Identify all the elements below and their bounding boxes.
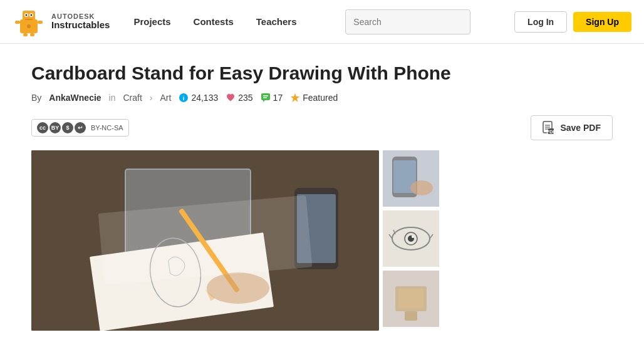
svg-rect-8 xyxy=(30,33,34,36)
main-nav: Projects Contests Teachers xyxy=(128,13,301,30)
category-child[interactable]: Art xyxy=(160,93,172,103)
author-name[interactable]: AnkaWnecie xyxy=(49,93,101,103)
favorites-count: 235 xyxy=(238,93,252,103)
instructables-label: Instructables xyxy=(51,20,110,31)
save-pdf-button[interactable]: PDF Save PDF xyxy=(531,115,613,140)
by-label: By xyxy=(31,93,41,103)
login-button[interactable]: Log In xyxy=(514,11,567,33)
thumbnail-column xyxy=(383,150,439,331)
comments-count: 17 xyxy=(273,93,283,103)
svg-point-39 xyxy=(410,180,433,195)
search-input[interactable] xyxy=(346,17,470,27)
thumb-2-image xyxy=(383,210,439,267)
svg-text:PDF: PDF xyxy=(547,130,556,134)
main-content: Cardboard Stand for Easy Drawing With Ph… xyxy=(0,44,644,343)
in-label: in xyxy=(109,93,116,103)
article-title: Cardboard Stand for Easy Drawing With Ph… xyxy=(31,63,613,84)
search-area xyxy=(321,9,496,34)
cc-by-icon: BY xyxy=(49,122,61,133)
svg-text:i: i xyxy=(183,95,185,101)
svg-marker-20 xyxy=(291,93,299,102)
svg-rect-16 xyxy=(261,93,270,100)
svg-point-11 xyxy=(27,24,31,28)
logo-robot-icon xyxy=(13,6,45,38)
featured-stat: Featured xyxy=(290,93,338,103)
svg-marker-17 xyxy=(263,100,265,102)
svg-rect-6 xyxy=(25,19,33,20)
views-icon: i xyxy=(179,93,189,103)
svg-rect-35 xyxy=(297,194,336,263)
save-pdf-label: Save PDF xyxy=(560,123,601,133)
thumbnail-1[interactable] xyxy=(383,150,439,207)
svg-rect-7 xyxy=(23,33,28,36)
svg-rect-10 xyxy=(38,21,43,24)
cc-nc-icon: $ xyxy=(62,122,73,133)
svg-rect-9 xyxy=(15,21,20,24)
views-count: 24,133 xyxy=(191,93,218,103)
signup-button[interactable]: Sign Up xyxy=(573,12,631,32)
featured-label: Featured xyxy=(303,93,338,103)
header: AUTODESK Instructables Projects Contests… xyxy=(0,0,644,44)
logo-link[interactable]: AUTODESK Instructables xyxy=(13,6,110,38)
logo-text: AUTODESK Instructables xyxy=(51,13,110,31)
favorites-stat: 235 xyxy=(226,93,252,103)
comments-stat: 17 xyxy=(261,93,283,103)
favorites-icon xyxy=(226,93,236,103)
svg-rect-51 xyxy=(405,311,417,321)
action-row: cc BY $ ↩ BY-NC-SA PDF Save PDF xyxy=(31,115,613,140)
svg-point-4 xyxy=(26,14,28,16)
thumb-3-image xyxy=(383,271,439,327)
comments-icon xyxy=(261,93,271,103)
thumbnail-2[interactable] xyxy=(383,210,439,267)
main-image-graphic xyxy=(31,150,379,331)
search-box xyxy=(345,9,470,34)
svg-point-5 xyxy=(31,14,33,16)
cc-label: BY-NC-SA xyxy=(91,124,123,132)
nav-item-contests[interactable]: Contests xyxy=(189,13,239,30)
svg-point-44 xyxy=(412,235,414,238)
views-stat: i 24,133 xyxy=(179,93,218,103)
images-row xyxy=(31,150,613,331)
main-image[interactable] xyxy=(31,150,379,331)
thumbnail-3[interactable] xyxy=(383,271,439,327)
cc-sa-icon: ↩ xyxy=(75,122,86,133)
nav-item-projects[interactable]: Projects xyxy=(128,13,175,30)
svg-point-33 xyxy=(207,272,269,304)
nav-item-teachers[interactable]: Teachers xyxy=(251,13,302,30)
meta-row: By AnkaWnecie in Craft › Art i 24,133 23… xyxy=(31,93,613,103)
category-arrow: › xyxy=(150,93,153,103)
svg-rect-50 xyxy=(398,289,423,308)
cc-badge: cc BY $ ↩ BY-NC-SA xyxy=(31,119,129,137)
main-image-placeholder xyxy=(31,150,379,331)
pdf-icon: PDF xyxy=(543,121,555,135)
category-parent[interactable]: Craft xyxy=(123,93,142,103)
auth-area: Log In Sign Up xyxy=(514,11,631,33)
featured-icon xyxy=(290,93,300,103)
cc-icons: cc BY $ ↩ xyxy=(37,122,86,133)
thumb-1-image xyxy=(383,150,439,207)
cc-icon: cc xyxy=(37,122,48,133)
